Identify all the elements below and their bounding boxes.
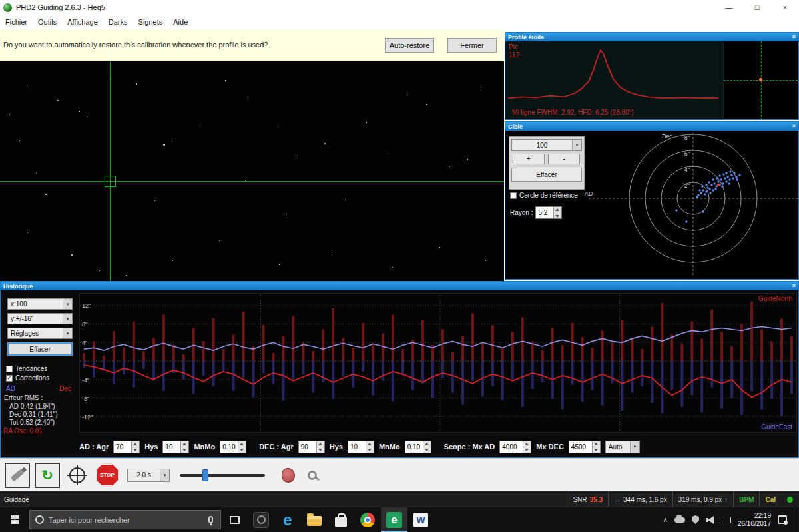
- spin-down-icon[interactable]: [523, 447, 531, 453]
- spin-up-icon[interactable]: [181, 441, 188, 447]
- spin-down-icon[interactable]: [423, 447, 431, 453]
- y-scale-dropdown[interactable]: y:+/-16" ▾: [7, 313, 73, 324]
- spinner-arrows[interactable]: [366, 441, 374, 453]
- spin-up-icon[interactable]: [366, 441, 374, 447]
- dec-hysteresis-spinner[interactable]: 10: [348, 441, 374, 453]
- corrections-checkbox[interactable]: ✓: [6, 375, 13, 382]
- maximize-icon[interactable]: □: [743, 0, 771, 15]
- spin-up-icon[interactable]: [593, 441, 600, 447]
- menu-affichage[interactable]: Affichage: [62, 18, 103, 26]
- spin-down-icon[interactable]: [181, 447, 188, 453]
- spin-down-icon[interactable]: [593, 447, 600, 453]
- spinner-arrows[interactable]: [238, 441, 246, 453]
- zoom-in-button[interactable]: +: [513, 154, 545, 164]
- action-center-icon[interactable]: [778, 515, 787, 524]
- ad-aggression-spinner[interactable]: 70: [113, 441, 140, 453]
- reference-circle-row[interactable]: Cercle de référence: [510, 192, 578, 199]
- trend-checkbox[interactable]: [6, 366, 13, 372]
- taskbar-app-store[interactable]: [328, 507, 354, 532]
- dec-minmove-spinner[interactable]: 0.10: [405, 441, 431, 453]
- radius-spinner[interactable]: 5.2: [535, 206, 562, 219]
- connect-equipment-button[interactable]: [5, 463, 30, 488]
- spin-down-icon[interactable]: [132, 447, 139, 453]
- stop-button[interactable]: STOP: [95, 463, 120, 488]
- start-button[interactable]: [0, 507, 29, 532]
- camera-properties-button[interactable]: [300, 463, 325, 488]
- spin-up-icon[interactable]: [423, 441, 431, 447]
- spin-down-icon[interactable]: [238, 447, 246, 453]
- spinner-arrows[interactable]: [592, 441, 600, 453]
- spinner-arrows[interactable]: [553, 207, 561, 218]
- security-shield-icon[interactable]: [692, 515, 699, 524]
- taskbar-search-box[interactable]: Taper ici pour rechercher: [29, 510, 221, 529]
- target-clear-button[interactable]: Effacer: [511, 168, 582, 182]
- show-desktop-strip[interactable]: [794, 507, 796, 532]
- dec-aggression-spinner[interactable]: 90: [298, 441, 325, 453]
- spinner-arrows[interactable]: [316, 441, 324, 453]
- target-panel: Cible × 100 ▾ + - Effacer Cercle de réfé…: [505, 121, 799, 280]
- taskbar-app-edge[interactable]: e: [274, 507, 301, 532]
- loop-exposures-button[interactable]: ↻: [35, 463, 60, 488]
- spin-up-icon[interactable]: [132, 441, 139, 447]
- spin-down-icon[interactable]: [317, 447, 324, 453]
- star-profile-close-icon[interactable]: ×: [792, 33, 796, 41]
- spin-up-icon[interactable]: [523, 441, 531, 447]
- taskbar-app-explorer[interactable]: [301, 507, 328, 532]
- menu-aide[interactable]: Aide: [168, 18, 193, 26]
- history-clear-button[interactable]: Effacer: [7, 342, 73, 356]
- max-dec-value: 4500: [569, 441, 592, 453]
- volume-icon[interactable]: [706, 516, 715, 524]
- x-scale-dropdown[interactable]: x:100 ▾: [7, 298, 73, 310]
- reference-circle-checkbox[interactable]: [510, 192, 517, 199]
- menu-outils[interactable]: Outils: [33, 18, 62, 26]
- ad-minmove-spinner[interactable]: 0.10: [220, 441, 246, 453]
- screen-stretch-slider[interactable]: [180, 469, 265, 482]
- star-field[interactable]: [0, 61, 504, 281]
- taskbar-app-word[interactable]: W: [407, 507, 434, 532]
- max-ad-spinner[interactable]: 4000: [499, 441, 531, 453]
- corrections-row[interactable]: ✓ Corrections: [6, 374, 49, 382]
- spin-down-icon[interactable]: [366, 447, 374, 453]
- dec-mode-dropdown[interactable]: Auto ▾: [605, 441, 640, 453]
- spin-up-icon[interactable]: [317, 441, 324, 447]
- taskbar-app-chrome[interactable]: [354, 507, 381, 532]
- taskbar-clock[interactable]: 22:19 26/10/2017: [738, 512, 771, 528]
- spinner-arrows[interactable]: [180, 441, 188, 453]
- trend-row[interactable]: Tendances: [6, 365, 47, 372]
- menu-fichier[interactable]: Fichier: [0, 18, 33, 26]
- guide-button[interactable]: [65, 463, 90, 488]
- radius-row: Rayon : 5.2: [510, 206, 562, 219]
- taskbar-app-active-green-e[interactable]: e: [381, 507, 407, 532]
- ad-hysteresis-spinner[interactable]: 10: [162, 441, 189, 453]
- search-placeholder: Taper ici pour rechercher: [49, 516, 204, 524]
- spin-down-icon[interactable]: [554, 213, 561, 219]
- spinner-arrows[interactable]: [523, 441, 531, 453]
- reglages-dropdown[interactable]: Réglages ▾: [7, 328, 73, 339]
- slider-thumb[interactable]: [202, 469, 208, 481]
- spinner-arrows[interactable]: [131, 441, 139, 453]
- keyboard-icon[interactable]: [722, 517, 731, 523]
- menu-darks[interactable]: Darks: [103, 18, 133, 26]
- brain-settings-button[interactable]: [270, 463, 295, 488]
- close-icon[interactable]: ×: [771, 0, 799, 15]
- history-close-icon[interactable]: ×: [792, 282, 796, 290]
- menu-signets[interactable]: Signets: [133, 18, 168, 26]
- zoom-out-button[interactable]: -: [548, 154, 580, 164]
- tray-expand-chevron-icon[interactable]: ∧: [663, 516, 668, 523]
- spin-up-icon[interactable]: [554, 207, 561, 213]
- exposure-dropdown[interactable]: 2.0 s ▾: [127, 469, 170, 482]
- target-zoom-dropdown[interactable]: 100 ▾: [511, 139, 582, 151]
- target-close-icon[interactable]: ×: [792, 122, 796, 131]
- microphone-icon[interactable]: [208, 516, 213, 523]
- taskbar-app-camera[interactable]: [248, 507, 274, 532]
- fermer-button[interactable]: Fermer: [447, 38, 497, 53]
- spin-up-icon[interactable]: [238, 441, 246, 447]
- main-toolbar: ↻ STOP 2.0 s ▾: [0, 458, 799, 491]
- task-view-button[interactable]: [221, 507, 248, 532]
- spinner-arrows[interactable]: [423, 441, 431, 453]
- minimize-icon[interactable]: —: [715, 0, 743, 15]
- banner-message: Do you want to automatically restore thi…: [3, 41, 268, 49]
- onedrive-cloud-icon[interactable]: [674, 517, 685, 523]
- auto-restore-button[interactable]: Auto-restore: [385, 38, 434, 53]
- max-dec-spinner[interactable]: 4500: [569, 441, 601, 453]
